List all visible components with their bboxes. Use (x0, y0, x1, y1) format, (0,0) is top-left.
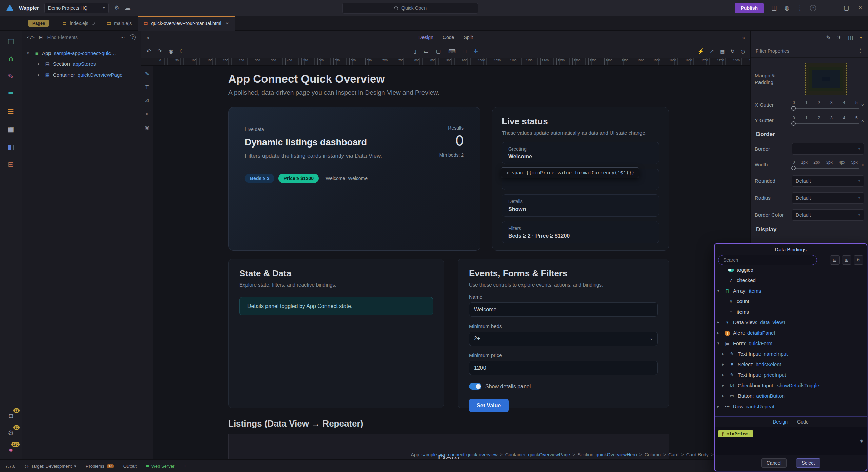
expand-all-icon[interactable]: ⊞ (842, 255, 851, 265)
collapse-right-icon[interactable]: » (742, 35, 745, 40)
dialog-tab-code[interactable]: Code (797, 419, 808, 425)
breadcrumb-id[interactable]: sample-app-connect-quick-overview (421, 452, 497, 457)
box-model-widget[interactable] (805, 63, 847, 95)
binding-row-items[interactable]: ≡ items (715, 307, 867, 317)
screenshot-icon[interactable]: ◉ (169, 48, 173, 54)
chevron-right-icon[interactable]: ▸ (38, 73, 42, 77)
price-input[interactable] (469, 361, 658, 375)
chevron-right-icon[interactable]: ▸ (722, 383, 726, 388)
clear-icon[interactable]: × (861, 118, 864, 123)
measure-tool-icon[interactable]: ⊿ (145, 97, 149, 103)
collapse-all-icon[interactable]: ⊟ (830, 255, 840, 265)
more-options-icon[interactable]: ⋯ (120, 35, 125, 40)
chevron-right-icon[interactable]: ▸ (717, 331, 722, 335)
pages-panel-icon[interactable]: ▤ (4, 35, 17, 47)
dialog-tab-design[interactable]: Design (773, 419, 788, 425)
style-tool-icon[interactable]: ⌖ (145, 111, 148, 117)
select-button[interactable]: Select (796, 458, 820, 468)
chevron-down-icon[interactable]: ▾ (27, 51, 31, 55)
edit-properties-icon[interactable]: ✎ (826, 34, 830, 41)
clear-icon[interactable]: × (861, 162, 864, 168)
binding-row-show-details-toggle[interactable]: ▸ ☑ Checkbox Input: showDetailsToggle (715, 380, 867, 391)
add-panel-icon[interactable]: + (184, 464, 186, 469)
find-elements-input[interactable] (47, 35, 116, 40)
radius-select[interactable]: Default ˅ (792, 192, 864, 204)
breadcrumb-type[interactable]: Column (645, 452, 661, 457)
collapse-left-icon[interactable]: « (146, 35, 149, 40)
chevron-right-icon[interactable]: ▸ (722, 373, 726, 377)
expression-editor[interactable]: ƒ minPrice. ✶ (715, 427, 867, 455)
tab-main-ejs[interactable]: ▤ main.ejs (101, 16, 138, 31)
breadcrumb-type[interactable]: Container (505, 452, 526, 457)
device-desktop-icon[interactable]: □ (463, 48, 466, 54)
rounded-select[interactable]: Default ˅ (792, 175, 864, 187)
device-phone-landscape-icon[interactable]: ▭ (424, 48, 429, 54)
binding-row-alert[interactable]: ▸ ! Alert: detailsPanel (715, 328, 867, 338)
docker-panel-icon[interactable]: ⊞ (4, 158, 17, 171)
updates-icon[interactable]: ● 170 (4, 443, 17, 456)
filter-properties-input[interactable] (756, 48, 847, 54)
expression-chip[interactable]: ƒ minPrice. (718, 430, 753, 437)
breadcrumb-type[interactable]: Card (668, 452, 678, 457)
workflows-panel-icon[interactable]: ⋔ (4, 52, 17, 65)
binding-row-toggled[interactable]: toggled (715, 269, 867, 275)
database-panel-icon[interactable]: ≣ (4, 87, 17, 100)
show-details-toggle[interactable] (469, 383, 481, 390)
tab-index-ejs[interactable]: ▤ index.ejs (56, 16, 101, 31)
close-tab-icon[interactable]: × (226, 20, 229, 26)
binding-row-price-input[interactable]: ▸ ✎ Text Input: priceInput (715, 370, 867, 380)
binding-row-data-view[interactable]: ▸ ▼ Data View: data_view1 (715, 317, 867, 328)
binding-row-checked[interactable]: ✓ checked (715, 275, 867, 286)
assistant-icon[interactable]: ◘ 22 (4, 409, 17, 422)
target-selector[interactable]: ◎ Target: Development ▾ (25, 464, 76, 469)
binding-row-beds-select[interactable]: ▸ ▼ Select: bedsSelect (715, 359, 867, 370)
layers-panel-icon[interactable]: ◧ (4, 140, 17, 153)
beds-select[interactable]: 2+ ˅ (469, 332, 658, 346)
chevron-right-icon[interactable]: ▸ (722, 394, 726, 398)
kebab-menu-icon[interactable]: ⋮ (797, 4, 803, 12)
select-tool-icon[interactable]: ✎ (145, 71, 149, 77)
binding-row-cards-repeat[interactable]: ▸ ••• Row cardsRepeat (715, 401, 867, 412)
breadcrumb-type[interactable]: Section (577, 452, 593, 457)
breadcrumb-id[interactable]: quickOverviewHero (596, 452, 637, 457)
quick-open[interactable]: Quick Open (342, 3, 478, 14)
border-color-select[interactable]: Default ˅ (792, 209, 864, 221)
binding-row-action-button[interactable]: ▸ ▭ Button: actionButton (715, 391, 867, 401)
binding-row-name-input[interactable]: ▸ ✎ Text Input: nameInput (715, 349, 867, 359)
blocks-panel-icon[interactable]: ▦ (4, 123, 17, 136)
breadcrumb-type[interactable]: App (411, 452, 419, 457)
pages-badge[interactable]: Pages (28, 20, 49, 27)
code-view-icon[interactable]: </> (27, 35, 35, 40)
tab-quick-overview-tour-manual[interactable]: ▤ quick-overview--tour-manual.html × (138, 16, 235, 31)
chevron-down-icon[interactable]: ▾ (717, 341, 722, 346)
preview-eye-icon[interactable]: ◉ (145, 124, 149, 131)
cancel-button[interactable]: Cancel (761, 458, 787, 468)
chevron-right-icon[interactable]: ▸ (38, 62, 42, 66)
extensions-plug-icon[interactable]: ⌁ (860, 34, 863, 41)
view-tab-split[interactable]: Split (463, 35, 473, 40)
project-settings-icon[interactable]: ⚙ (114, 4, 119, 12)
tree-row-container[interactable]: ▸ ▦ Container quickOverviewPage (22, 69, 141, 80)
server-actions-panel-icon[interactable]: ☰ (4, 105, 17, 118)
breadcrumb-type[interactable]: Card Body (686, 452, 709, 457)
help-icon[interactable]: ? (810, 5, 816, 11)
collapse-sections-icon[interactable]: − (851, 48, 854, 54)
device-laptop-icon[interactable]: ⌨ (448, 48, 456, 54)
history-icon[interactable]: ◷ (741, 48, 745, 54)
tree-row-section[interactable]: ▸ ▤ Section appStores (22, 58, 141, 69)
device-phone-icon[interactable]: ▯ (414, 48, 416, 54)
settings-icon[interactable]: ⚙ 20 (4, 426, 17, 439)
grid-toggle-icon[interactable]: ▦ (720, 48, 725, 54)
design-panel-icon[interactable]: ✎ (4, 70, 17, 83)
device-tablet-icon[interactable]: ▢ (436, 48, 441, 54)
breadcrumb-id[interactable]: quickOverviewPage (528, 452, 570, 457)
project-selector[interactable]: Demo Projects HQ ▾ (44, 3, 109, 13)
problems-button[interactable]: Problems 13 (86, 464, 114, 469)
x-gutter-slider[interactable]: 012345 (792, 100, 859, 110)
chevron-right-icon[interactable]: ▸ (717, 404, 722, 409)
maximize-icon[interactable]: ▢ (844, 4, 849, 12)
view-tab-code[interactable]: Code (443, 35, 454, 40)
output-button[interactable]: Output (123, 464, 137, 469)
slider-knob[interactable] (791, 106, 796, 111)
bindings-search-input[interactable] (718, 255, 817, 265)
